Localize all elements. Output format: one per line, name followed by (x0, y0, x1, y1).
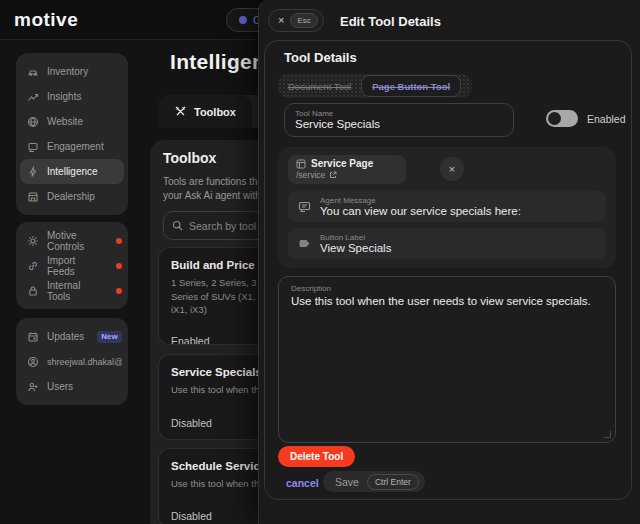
tool-name-label: Tool Name (295, 109, 503, 118)
toggle-knob (548, 112, 561, 125)
enabled-toggle[interactable] (546, 110, 578, 127)
sidebar-item-users[interactable]: Users (16, 374, 128, 399)
sidebar-item-dealership[interactable]: Dealership (16, 184, 128, 209)
agent-message-icon (298, 200, 311, 213)
bolt-icon (27, 166, 39, 178)
sidebar-item-label: Motive Controls (47, 230, 104, 252)
button-label-label: Button Label (320, 233, 391, 242)
external-link-icon (329, 171, 337, 179)
sidebar-item-internal-tools[interactable]: Internal Tools (16, 278, 128, 303)
page-path: /service (296, 170, 325, 180)
save-button[interactable]: Save Ctrl Enter (323, 471, 425, 492)
sidebar-item-import-feeds[interactable]: Import Feeds (16, 253, 128, 278)
sidebar-item-inventory[interactable]: Inventory (16, 59, 128, 84)
esc-key-badge: Esc (290, 13, 317, 28)
chat-square-icon (27, 141, 39, 153)
close-icon: × (278, 15, 284, 26)
globe-icon (27, 116, 39, 128)
toolbox-description-line1: Tools are functions that As (163, 176, 263, 187)
resize-handle[interactable] (604, 431, 611, 438)
cache-status-dot (239, 16, 247, 24)
sidebar-item-label: Intelligence (47, 166, 98, 177)
lock-icon (27, 285, 39, 297)
enabled-toggle-group: Enabled (546, 110, 626, 127)
enabled-toggle-label: Enabled (587, 113, 626, 125)
sidebar-item-label: Internal Tools (47, 280, 104, 302)
cancel-link[interactable]: cancel (286, 477, 319, 489)
sidebar-item-label: shreejwal.dhakal@m (47, 357, 122, 367)
tool-details-title: Tool Details (284, 50, 357, 65)
description-value: Use this tool when the user needs to vie… (291, 295, 603, 307)
chart-icon (27, 91, 39, 103)
tool-name-field[interactable]: Tool Name Service Specials (284, 103, 514, 137)
sidebar-nav-group: Inventory Insights Website Engagement In… (16, 53, 128, 215)
button-label-value: View Specials (320, 242, 391, 254)
page-button-config-group: Service Page /service × Agent Message Yo… (278, 147, 616, 268)
sidebar-account-group: Updates New shreejwal.dhakal@m Users (16, 318, 128, 405)
description-label: Description (291, 284, 603, 293)
toolbox-description-line2: your Ask Ai agent with new (163, 190, 263, 201)
tool-type-segmented-control: Document Tool Page Button Tool (278, 74, 472, 98)
tool-card-build-and-price[interactable]: Build and Price 1 Series, 2 Series, 3 Se… (158, 247, 273, 345)
store-icon (27, 191, 39, 203)
link-icon (27, 260, 39, 272)
sidebar-item-intelligence[interactable]: Intelligence (20, 159, 124, 184)
tool-search[interactable] (163, 211, 273, 240)
tools-icon (174, 105, 187, 118)
remove-page-button[interactable]: × (440, 157, 464, 181)
tab-label: Toolbox (194, 106, 236, 118)
panel-close-button[interactable]: × Esc (268, 9, 324, 32)
page-title: Service Page (311, 158, 373, 169)
sidebar-item-label: Engagement (47, 141, 104, 152)
notification-dot (116, 263, 122, 269)
sidebar-item-label: Website (47, 116, 83, 127)
sidebar-item-label: Dealership (47, 191, 95, 202)
tool-card-schedule-service[interactable]: Schedule Service Use this tool when the … (158, 448, 273, 524)
close-icon: × (449, 163, 455, 175)
agent-message-value: You can view our service specials here: (320, 205, 521, 217)
agent-message-field[interactable]: Agent Message You can view our service s… (288, 191, 606, 222)
sidebar-item-label: Users (47, 381, 73, 392)
sidebar-item-engagement[interactable]: Engagement (16, 134, 128, 159)
sidebar-item-label: Updates (47, 331, 84, 342)
save-shortcut-badge: Ctrl Enter (367, 474, 419, 490)
sidebar-item-account[interactable]: shreejwal.dhakal@m (16, 349, 128, 374)
tool-card-service-specials[interactable]: Service Specials Use this tool when the … (158, 354, 273, 440)
linked-page-chip[interactable]: Service Page /service (288, 155, 406, 184)
notification-dot (116, 288, 122, 294)
panel-title: Edit Tool Details (340, 14, 441, 29)
search-icon (172, 220, 183, 231)
page-icon (296, 159, 306, 169)
save-button-label: Save (335, 476, 359, 488)
button-label-icon (298, 237, 311, 250)
new-badge: New (97, 331, 121, 343)
toolbox-section-title: Toolbox (163, 150, 216, 166)
sidebar-item-label: Import Feeds (47, 255, 104, 277)
tab-toolbox[interactable]: Toolbox (158, 95, 252, 128)
sidebar-admin-group: Motive Controls Import Feeds Internal To… (16, 222, 128, 309)
delete-tool-button[interactable]: Delete Tool (278, 446, 355, 467)
sidebar-item-website[interactable]: Website (16, 109, 128, 134)
tab-page-button-tool[interactable]: Page Button Tool (361, 75, 461, 97)
calendar-icon (27, 331, 39, 343)
description-textarea[interactable]: Description Use this tool when the user … (278, 276, 616, 443)
user-circle-icon (27, 356, 39, 368)
sidebar-item-label: Insights (47, 91, 81, 102)
user-plus-icon (27, 381, 39, 393)
sidebar-item-label: Inventory (47, 66, 88, 77)
notification-dot (116, 238, 122, 244)
button-label-field[interactable]: Button Label View Specials (288, 228, 606, 259)
sidebar-item-updates[interactable]: Updates New (16, 324, 128, 349)
sidebar-item-insights[interactable]: Insights (16, 84, 128, 109)
tab-document-tool[interactable]: Document Tool (278, 81, 361, 92)
motive-logo: motive (14, 9, 78, 31)
search-input[interactable] (189, 220, 269, 232)
gear-icon (27, 235, 39, 247)
agent-message-label: Agent Message (320, 196, 521, 205)
car-icon (27, 66, 39, 78)
tool-name-value: Service Specials (295, 118, 503, 130)
sidebar-item-motive-controls[interactable]: Motive Controls (16, 228, 128, 253)
